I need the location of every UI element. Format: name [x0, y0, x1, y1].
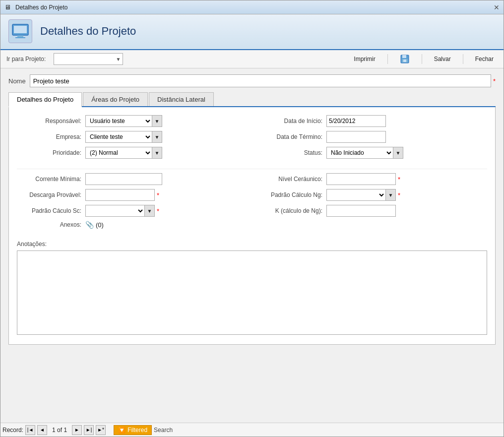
nav-prev-button[interactable]: ◄ [37, 425, 47, 435]
annotations-label: Anotações: [17, 241, 487, 248]
tab-distancia-label: Distância Lateral [157, 96, 205, 103]
svg-rect-5 [402, 55, 406, 58]
right-column: Data de Início: Data de Término: Status: [258, 115, 487, 163]
prioridade-row: Prioridade: (2) Normal (1) Baixa (3) Alt… [17, 147, 246, 159]
name-input[interactable] [30, 74, 491, 87]
close-label: Fechar [475, 56, 494, 62]
header-icon [8, 19, 32, 43]
nav-next-button[interactable]: ► [72, 425, 82, 435]
tab-columns: Responsável: Usuário teste ▼ Empresa: [17, 115, 487, 163]
save-button[interactable]: Salvar [430, 55, 455, 63]
k-calculo-ng-input[interactable] [326, 205, 396, 217]
section-divider [17, 169, 487, 169]
nav-new-button[interactable]: ►* [96, 425, 106, 435]
title-bar: 🖥 Detalhes do Projeto ✕ [0, 0, 504, 14]
print-button[interactable]: Imprimir [350, 55, 379, 63]
padrao-calculo-ng-wrapper[interactable]: ▼ [326, 189, 396, 201]
data-termino-row: Data de Término: [258, 131, 487, 143]
save-label: Salvar [434, 56, 451, 62]
left-column: Responsável: Usuário teste ▼ Empresa: [17, 115, 246, 163]
left-col-2: Corrente Mínima: Descarga Provável: * Pa… [17, 173, 246, 233]
empresa-select[interactable]: Cliente teste [86, 131, 152, 142]
toolbar-separator-1 [387, 54, 388, 64]
record-info: 1 of 1 [52, 427, 67, 434]
padrao-calculo-sc-dropdown-btn[interactable]: ▼ [144, 205, 154, 216]
padrao-calculo-ng-select[interactable] [327, 189, 385, 200]
k-calculo-ng-row: K (cálculo de Ng): [258, 205, 487, 217]
filtered-button[interactable]: 🔽 Filtered [114, 425, 152, 435]
print-label: Imprimir [354, 56, 375, 62]
second-section: Corrente Mínima: Descarga Provável: * Pa… [17, 173, 487, 233]
padrao-calculo-sc-select[interactable] [86, 205, 144, 216]
descarga-provavel-label: Descarga Provável: [17, 191, 81, 198]
filtered-label: Filtered [127, 427, 147, 434]
tabs-bar: Detalhes do Projeto Áreas do Projeto Dis… [8, 92, 496, 107]
svg-rect-2 [17, 35, 23, 37]
prioridade-dropdown-btn[interactable]: ▼ [152, 147, 162, 158]
padrao-calculo-ng-row: Padrão Cálculo Ng: ▼ * [258, 189, 487, 201]
k-calculo-ng-label: K (cálculo de Ng): [258, 207, 322, 214]
tab-areas[interactable]: Áreas do Projeto [83, 92, 148, 106]
close-window-button[interactable]: Fechar [471, 55, 498, 63]
padrao-calculo-sc-wrapper[interactable]: ▼ [85, 205, 155, 217]
prioridade-select[interactable]: (2) Normal (1) Baixa (3) Alta [86, 147, 152, 158]
tab-detalhes[interactable]: Detalhes do Projeto [8, 92, 82, 107]
status-select-wrapper[interactable]: Não Iniciado Em Andamento Concluído ▼ [326, 147, 403, 159]
data-inicio-input[interactable] [326, 115, 386, 127]
responsavel-dropdown-btn[interactable]: ▼ [152, 116, 162, 126]
right-col-2: Nível Ceráunico: * Padrão Cálculo Ng: ▼ [258, 173, 487, 233]
data-termino-input[interactable] [326, 131, 386, 143]
annotations-section: Anotações: [17, 241, 487, 336]
nivel-ceraunico-required-star: * [398, 176, 400, 183]
record-prefix: Record: [2, 427, 23, 434]
anexos-label: Anexos: [17, 221, 81, 228]
goto-dropdown-arrow[interactable]: ▼ [116, 57, 121, 62]
anexos-row: Anexos: 📎 (0) [17, 221, 246, 229]
padrao-ng-required-star: * [398, 191, 400, 199]
title-bar-icon: 🖥 [4, 3, 12, 11]
tab-detalhes-label: Detalhes do Projeto [17, 96, 73, 103]
descarga-required-star: * [157, 191, 159, 199]
annotations-textarea[interactable] [17, 250, 487, 335]
toolbar-separator-3 [463, 54, 463, 64]
nivel-ceraunico-input[interactable] [326, 173, 396, 185]
status-label: Status: [258, 149, 322, 156]
empresa-label: Empresa: [17, 133, 81, 140]
corrente-minima-input[interactable] [85, 173, 162, 185]
nav-first-button[interactable]: |◄ [25, 425, 35, 435]
filter-icon: 🔽 [118, 427, 126, 434]
responsavel-label: Responsável: [17, 118, 81, 125]
empresa-select-wrapper[interactable]: Cliente teste ▼ [85, 131, 162, 143]
prioridade-select-wrapper[interactable]: (2) Normal (1) Baixa (3) Alta ▼ [85, 147, 162, 159]
data-inicio-label: Data de Início: [258, 118, 322, 125]
header-bar: Detalhes do Projeto [0, 14, 504, 50]
empresa-dropdown-btn[interactable]: ▼ [152, 131, 162, 142]
name-required-star: * [493, 77, 496, 85]
padrao-calculo-ng-dropdown-btn[interactable]: ▼ [385, 189, 395, 200]
status-row: Status: Não Iniciado Em Andamento Conclu… [258, 147, 487, 159]
responsavel-select-wrapper[interactable]: Usuário teste ▼ [85, 115, 162, 127]
corrente-minima-row: Corrente Mínima: [17, 173, 246, 185]
responsavel-row: Responsável: Usuário teste ▼ [17, 115, 246, 127]
attach-icon: 📎 [85, 221, 94, 229]
attachments-control[interactable]: 📎 (0) [85, 221, 104, 229]
tab-distancia[interactable]: Distância Lateral [149, 92, 214, 106]
descarga-provavel-input[interactable] [85, 189, 155, 201]
padrao-calculo-sc-label: Padrão Cáculo Sc: [17, 207, 81, 214]
tab-content-detalhes: Responsável: Usuário teste ▼ Empresa: [8, 107, 496, 345]
goto-input[interactable] [56, 56, 116, 62]
nav-last-button[interactable]: ►| [84, 425, 94, 435]
responsavel-select[interactable]: Usuário teste [86, 116, 152, 126]
status-select[interactable]: Não Iniciado Em Andamento Concluído [327, 147, 393, 158]
toolbar-separator-2 [422, 54, 422, 64]
search-label[interactable]: Search [154, 427, 173, 434]
status-dropdown-btn[interactable]: ▼ [393, 147, 403, 158]
goto-dropdown[interactable]: ▼ [54, 53, 123, 65]
prioridade-label: Prioridade: [17, 149, 81, 156]
corrente-minima-label: Corrente Mínima: [17, 176, 81, 183]
padrao-sc-required-star: * [157, 207, 159, 215]
padrao-calculo-sc-row: Padrão Cáculo Sc: ▼ * [17, 205, 246, 217]
save-icon-button[interactable] [396, 53, 414, 65]
svg-rect-3 [15, 37, 25, 38]
close-button[interactable]: ✕ [494, 3, 500, 11]
